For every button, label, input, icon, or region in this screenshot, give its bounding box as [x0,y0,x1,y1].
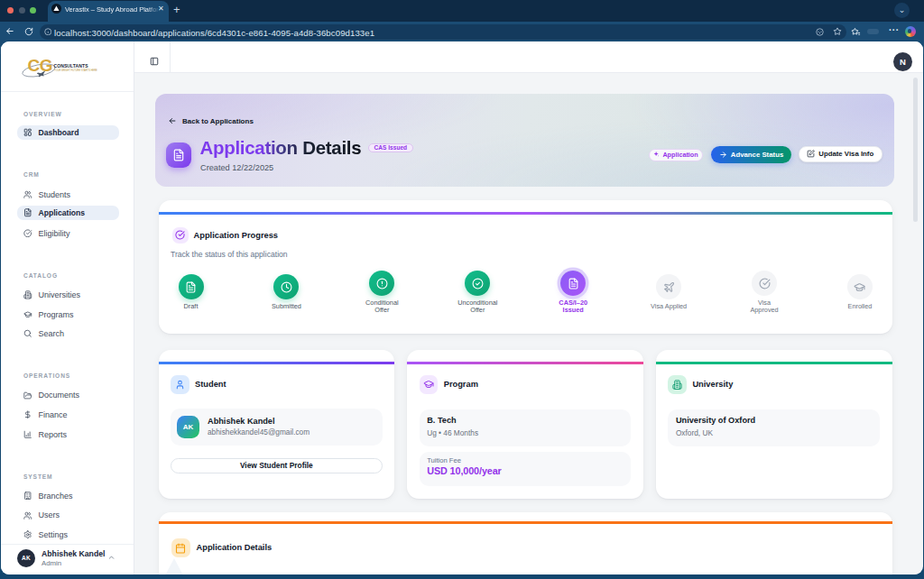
svg-text:CONSULTANTS: CONSULTANTS [54,63,89,69]
svg-text:CG: CG [28,56,53,75]
svg-text:YOUR BRIGHT FUTURE STARTS HERE: YOUR BRIGHT FUTURE STARTS HERE [54,69,97,72]
